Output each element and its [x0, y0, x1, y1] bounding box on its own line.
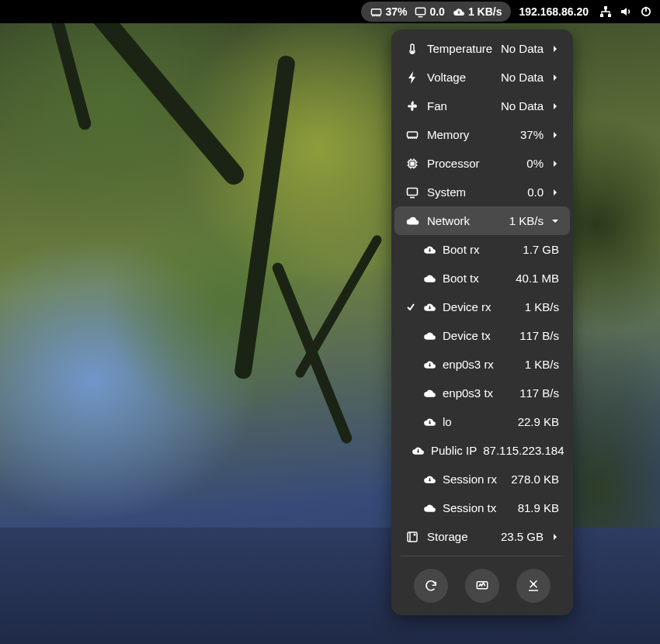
network-item-session-tx[interactable]: Session tx81.9 KB: [394, 493, 570, 522]
network-item-boot-rx[interactable]: Boot rx1.7 GB: [394, 235, 570, 264]
svg-rect-4: [608, 14, 611, 17]
separator: [401, 556, 564, 556]
storage-icon: [405, 531, 419, 543]
network-item-label: enp0s3 rx: [443, 358, 519, 371]
menu-row-label: System: [427, 185, 519, 199]
network-item-label: Device tx: [443, 329, 513, 342]
menu-row-label: Fan: [427, 99, 493, 113]
menu-row-label: Storage: [427, 530, 493, 543]
volume-icon[interactable]: [620, 5, 632, 18]
svg-rect-8: [408, 132, 418, 137]
network-item-label: lo: [443, 415, 512, 428]
network-indicator-value: 1 KB/s: [468, 5, 502, 18]
system-monitor-button[interactable]: [465, 569, 499, 603]
network-item-label: Session tx: [443, 501, 512, 514]
menu-row-label: Temperature: [427, 42, 493, 55]
menu-row-value: 1 KB/s: [509, 214, 544, 227]
display-icon: [405, 186, 419, 199]
top-bar: 37% 0.0 1 KB/s 192.168.86.20: [0, 0, 660, 23]
network-item-session-rx[interactable]: Session rx278.0 KB: [394, 465, 570, 493]
cloud-down-icon: [422, 244, 436, 256]
network-item-value: 40.1 MB: [516, 272, 559, 285]
menu-row-value: 0.0: [527, 185, 544, 199]
network-item-public-ip[interactable]: Public IP87.115.223.184: [394, 436, 570, 465]
menu-row-system[interactable]: System0.0: [394, 178, 570, 206]
network-item-label: Boot rx: [443, 243, 516, 256]
vitals-popover-menu: TemperatureNo DataVoltageNo DataFanNo Da…: [391, 29, 573, 615]
network-item-value: 81.9 KB: [518, 501, 559, 514]
chevron-right-icon: [551, 189, 559, 196]
network-item-enp0s3-tx[interactable]: enp0s3 tx117 B/s: [394, 379, 570, 407]
chevron-right-icon: [551, 160, 559, 168]
chevron-right-icon: [551, 131, 559, 139]
menu-row-label: Voltage: [427, 71, 493, 84]
cloud-icon: [405, 214, 419, 227]
menu-row-temperature[interactable]: TemperatureNo Data: [394, 34, 570, 63]
network-item-device-rx[interactable]: Device rx1 KB/s: [394, 293, 570, 321]
cloud-down-icon: [422, 416, 436, 428]
cloud-down-icon: [453, 6, 465, 18]
menu-row-network[interactable]: Network 1 KB/s: [394, 206, 570, 235]
cloud-up-icon: [422, 502, 436, 514]
system-tray: [599, 5, 652, 18]
menu-row-value: 37%: [520, 128, 544, 141]
menu-row-value: 0%: [526, 157, 544, 170]
network-item-value: 87.115.223.184: [483, 444, 564, 457]
network-item-value: 1.7 GB: [523, 243, 559, 256]
chevron-down-icon: [551, 217, 559, 225]
refresh-button[interactable]: [414, 569, 448, 603]
network-item-label: Device rx: [443, 300, 519, 313]
network-item-label: enp0s3 tx: [443, 386, 513, 400]
network-item-label: Session rx: [443, 473, 505, 486]
cloud-down-icon: [422, 358, 436, 371]
menu-row-label: Memory: [427, 128, 512, 141]
menu-row-value: No Data: [501, 71, 544, 84]
preferences-button[interactable]: [516, 569, 551, 603]
network-item-boot-tx[interactable]: Boot tx40.1 MB: [394, 264, 570, 293]
network-item-value: 278.0 KB: [511, 473, 559, 486]
popover-footer: [391, 561, 573, 606]
network-indicator: 1 KB/s: [453, 5, 502, 18]
menu-row-memory[interactable]: Memory37%: [394, 120, 570, 149]
memory-icon: [370, 6, 382, 18]
menu-row-voltage[interactable]: VoltageNo Data: [394, 63, 570, 92]
menu-row-value: 23.5 GB: [501, 530, 544, 543]
svg-point-13: [414, 534, 415, 535]
cloud-down-icon: [412, 445, 425, 457]
network-wired-icon[interactable]: [599, 5, 612, 18]
svg-rect-1: [416, 8, 426, 14]
menu-row-label: Processor: [427, 157, 519, 170]
menu-row-processor[interactable]: Processor0%: [394, 149, 570, 178]
vitals-indicator-pill[interactable]: 37% 0.0 1 KB/s: [361, 2, 511, 22]
fan-icon: [405, 100, 419, 113]
cpu-icon: [405, 158, 419, 170]
menu-row-value: No Data: [501, 42, 544, 55]
menu-row-storage[interactable]: Storage 23.5 GB: [394, 522, 570, 551]
chevron-right-icon: [551, 102, 559, 110]
network-item-value: 1 KB/s: [525, 300, 559, 313]
network-item-value: 117 B/s: [519, 329, 559, 342]
svg-rect-2: [604, 6, 607, 9]
network-item-enp0s3-rx[interactable]: enp0s3 rx1 KB/s: [394, 350, 570, 379]
system-indicator-value: 0.0: [429, 5, 444, 18]
cloud-down-icon: [422, 473, 436, 486]
system-indicator: 0.0: [415, 5, 444, 18]
chevron-right-icon: [551, 45, 559, 53]
menu-row-label: Network: [427, 214, 502, 227]
network-item-lo[interactable]: lo22.9 KB: [394, 407, 570, 436]
cloud-up-icon: [422, 330, 436, 342]
memory-indicator-value: 37%: [385, 5, 407, 18]
network-item-value: 117 B/s: [519, 386, 559, 400]
network-item-device-tx[interactable]: Device tx117 B/s: [394, 321, 570, 350]
display-icon: [415, 6, 426, 18]
ip-address-indicator[interactable]: 192.168.86.20: [519, 5, 589, 18]
svg-rect-11: [408, 188, 418, 195]
chevron-right-icon: [551, 74, 559, 81]
power-icon[interactable]: [640, 5, 652, 18]
menu-row-fan[interactable]: FanNo Data: [394, 92, 570, 120]
memory-indicator: 37%: [370, 5, 407, 18]
chevron-right-icon: [551, 533, 559, 541]
svg-rect-0: [372, 9, 381, 15]
svg-rect-12: [408, 532, 417, 542]
svg-rect-3: [600, 14, 603, 17]
